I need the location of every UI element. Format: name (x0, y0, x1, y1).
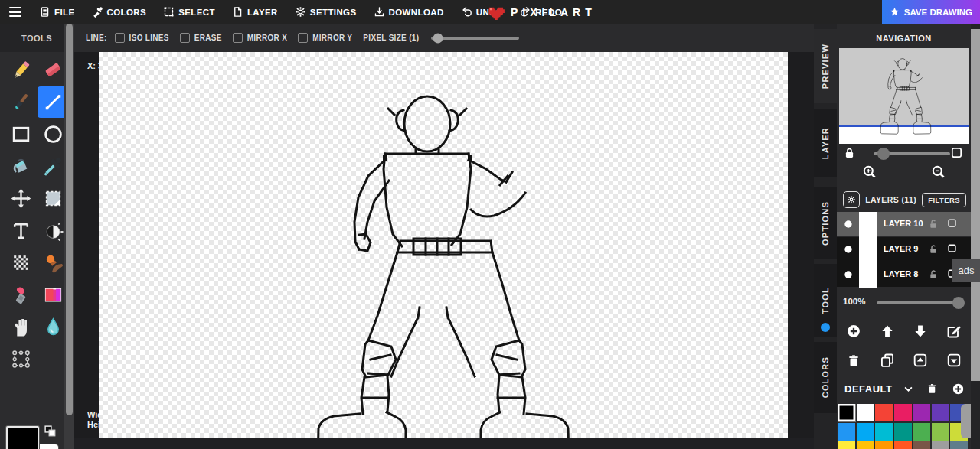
heart-logo-icon (488, 5, 505, 20)
side-tab-colors[interactable]: COLORS (814, 342, 837, 413)
layer-visibility-icon[interactable] (843, 244, 854, 258)
zoom-in-icon[interactable] (862, 164, 877, 182)
opacity-slider[interactable] (877, 301, 961, 304)
hand-tool-icon (11, 317, 31, 337)
move-tool-icon (11, 188, 31, 209)
bucket-tool[interactable] (5, 151, 37, 182)
palette-swatch[interactable] (950, 441, 968, 449)
palette-chevron-down-icon[interactable] (903, 383, 914, 395)
navigation-preview[interactable] (839, 48, 969, 144)
merge-layer-up-icon[interactable] (911, 351, 929, 369)
checkbox-box[interactable] (233, 33, 243, 43)
drawing-canvas[interactable] (99, 52, 788, 438)
layer-settings-gear-icon[interactable] (843, 191, 860, 208)
color-selector (0, 424, 64, 449)
swap-colors-icon[interactable] (44, 425, 57, 441)
layer-list: LAYER 10 LAYER 9 LAYER 8 (837, 212, 971, 288)
menu-item-select[interactable]: SELECT (155, 0, 224, 24)
checkbox-box[interactable] (298, 33, 308, 43)
brand-logo[interactable]: PIXILART (488, 0, 596, 24)
lock-icon[interactable] (843, 146, 856, 163)
palette-swatch[interactable] (894, 404, 912, 421)
brush-tool[interactable] (5, 86, 37, 118)
palette-swatch[interactable] (913, 441, 930, 449)
menu-item-file[interactable]: FILE (31, 0, 83, 24)
palette-swatch[interactable] (894, 423, 912, 441)
palette-add-icon[interactable] (952, 382, 965, 395)
layer-unlock-icon[interactable] (927, 217, 939, 233)
side-tab-layer[interactable]: LAYER (814, 109, 837, 177)
transform-tool[interactable] (5, 343, 37, 375)
layer-unlock-icon[interactable] (927, 242, 939, 259)
menu-item-label: SETTINGS (310, 8, 357, 17)
palette-scroll-thumb[interactable] (961, 404, 971, 438)
palette-swatch[interactable] (913, 423, 930, 441)
text-tool[interactable] (5, 215, 37, 246)
palette-swatch[interactable] (894, 441, 912, 449)
palette-swatch[interactable] (857, 423, 874, 441)
menu-item-download[interactable]: DOWNLOAD (365, 0, 452, 24)
right-scrollbar[interactable] (971, 29, 980, 381)
side-tab-preview[interactable]: PREVIEW (814, 29, 837, 103)
move-layer-down-icon[interactable] (911, 322, 929, 340)
palette-swatch[interactable] (932, 423, 949, 441)
layer-options-icon[interactable] (946, 217, 958, 232)
layer-visibility-icon[interactable] (843, 269, 854, 283)
primary-color-swatch[interactable] (6, 426, 39, 449)
tool-notification-dot (821, 323, 830, 332)
filters-button[interactable]: FILTERS (922, 193, 966, 207)
fit-canvas-icon[interactable] (950, 146, 963, 162)
move-tool[interactable] (5, 183, 37, 214)
palette-swatch[interactable] (857, 404, 874, 421)
layer-row[interactable]: LAYER 8 (837, 262, 971, 287)
duplicate-layer-icon[interactable] (878, 351, 897, 369)
menu-item-settings[interactable]: SETTINGS (286, 0, 365, 24)
navigation-zoom-slider[interactable] (874, 152, 950, 155)
checkbox-iso-lines[interactable]: ISO LINES (115, 33, 169, 43)
zoom-out-icon[interactable] (931, 164, 946, 182)
rename-layer-icon[interactable] (945, 322, 963, 340)
palette-swatch[interactable] (875, 423, 893, 441)
rectangle-tool[interactable] (5, 119, 37, 150)
checkbox-mirror-y[interactable]: MIRROR Y (298, 33, 352, 43)
layer-visibility-icon[interactable] (843, 219, 854, 233)
palette-swatch[interactable] (838, 423, 855, 441)
save-drawing-button[interactable]: SAVE DRAWING (882, 0, 980, 24)
left-scrollbar[interactable] (64, 24, 74, 449)
menu-item-colors[interactable]: COLORS (83, 0, 155, 24)
add-layer-icon[interactable] (844, 322, 863, 340)
layer-options-icon[interactable] (946, 242, 958, 257)
layer-row[interactable]: LAYER 9 (837, 237, 971, 262)
palette-swatch[interactable] (838, 404, 855, 421)
canvas-area: X: 3 Wid Hei (74, 52, 814, 449)
palette-swatch[interactable] (857, 441, 874, 449)
delete-layer-icon[interactable] (844, 351, 863, 369)
palette-swatch[interactable] (875, 441, 893, 449)
checkbox-mirror-x[interactable]: MIRROR X (233, 33, 287, 43)
checkbox-box[interactable] (180, 33, 190, 43)
dither-tool[interactable] (5, 247, 37, 278)
palette-swatch[interactable] (875, 404, 893, 421)
pencil-tool[interactable] (5, 54, 37, 86)
layer-row[interactable]: LAYER 10 (837, 212, 971, 236)
palette-swatch[interactable] (932, 441, 949, 449)
move-layer-up-icon[interactable] (878, 322, 897, 340)
palette-delete-icon[interactable] (926, 382, 938, 395)
hamburger-menu-icon[interactable] (0, 0, 31, 24)
dither-tool-icon (11, 252, 31, 273)
palette-swatch[interactable] (932, 404, 949, 421)
navigation-controls (837, 145, 971, 163)
spray-tool[interactable] (5, 279, 37, 311)
hand-tool[interactable] (5, 311, 37, 343)
side-tab-tool[interactable]: TOOL (814, 264, 837, 337)
palette-swatch[interactable] (838, 441, 855, 449)
checkbox-box[interactable] (115, 33, 125, 43)
side-tab-options[interactable]: OPTIONS (814, 187, 837, 259)
menu-item-layer[interactable]: LAYER (224, 0, 286, 24)
checkbox-erase[interactable]: ERASE (180, 33, 222, 43)
menu-item-label: LAYER (247, 8, 278, 17)
merge-layer-down-icon[interactable] (945, 351, 963, 369)
layer-unlock-icon[interactable] (927, 268, 939, 284)
palette-swatch[interactable] (913, 404, 930, 421)
pixel-size-slider[interactable] (431, 37, 519, 40)
